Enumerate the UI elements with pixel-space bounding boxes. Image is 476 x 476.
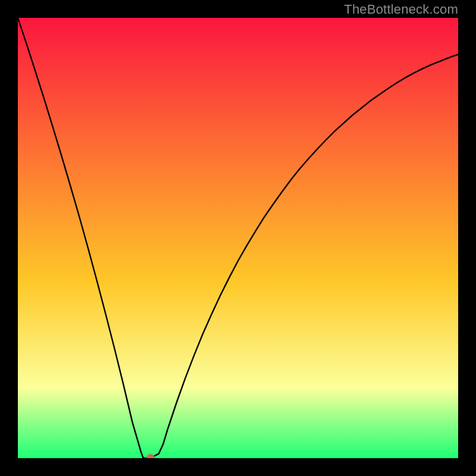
chart-frame: TheBottleneck.com [0, 0, 476, 476]
minimum-marker [146, 454, 155, 458]
plot-area [18, 18, 458, 458]
watermark-text: TheBottleneck.com [344, 2, 458, 17]
curve-line [18, 18, 458, 458]
